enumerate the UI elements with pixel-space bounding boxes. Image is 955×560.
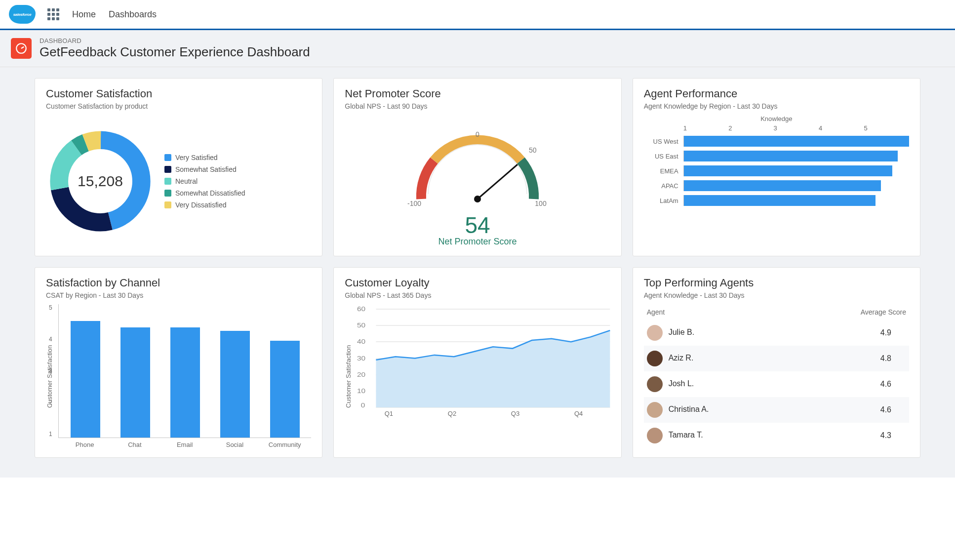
avatar (647, 402, 663, 418)
svg-line-6 (478, 164, 517, 199)
svg-text:10: 10 (357, 388, 365, 395)
hbar-row-label: APAC (644, 182, 678, 190)
table-col-score: Average Score (795, 304, 909, 320)
gauge-label: Net Promoter Score (438, 237, 517, 247)
svg-text:40: 40 (357, 339, 365, 345)
card-nps: Net Promoter Score Global NPS - Last 90 … (333, 78, 621, 256)
card-subtitle: Agent Knowledge by Region - Last 30 Days (644, 102, 909, 110)
vbar-col (163, 304, 206, 438)
vbar-xlabel: Community (263, 441, 306, 448)
nav-dashboards[interactable]: Dashboards (108, 6, 158, 23)
line-ylabel: Customer Satisfaction (345, 304, 352, 448)
hbar-bar[interactable] (684, 136, 909, 147)
gauge-chart[interactable]: 0 50 -100 100 (398, 115, 557, 214)
svg-text:60: 60 (357, 306, 365, 313)
table-col-agent: Agent (644, 304, 795, 320)
hbar-row-label: US West (644, 138, 678, 145)
card-satisfaction-channel: Satisfaction by Channel CSAT by Region -… (35, 267, 322, 458)
line-xlabel: Q4 (547, 410, 610, 417)
hbar-row: US East (644, 151, 909, 161)
page-header: DASHBOARD GetFeedback Customer Experienc… (0, 30, 955, 67)
agent-table: Agent Average Score Julie B.4.9Aziz R.4.… (644, 304, 909, 448)
hbar-row-label: EMEA (644, 167, 678, 175)
vbar-col (64, 304, 107, 438)
agent-score: 4.6 (795, 371, 909, 397)
hbar-chart[interactable]: Knowledge 12345 US WestUS EastEMEAAPACLa… (644, 115, 909, 247)
hbar-row: APAC (644, 180, 909, 191)
dashboard-grid: Customer Satisfaction Customer Satisfact… (0, 67, 955, 478)
vbar-col (263, 304, 306, 438)
hbar-bar[interactable] (684, 165, 892, 176)
global-nav: Home Dashboards (0, 0, 955, 30)
vbar-bar[interactable] (270, 341, 300, 438)
vbar-bar[interactable] (170, 327, 200, 438)
card-customer-satisfaction: Customer Satisfaction Customer Satisfact… (35, 78, 322, 256)
card-subtitle: Customer Satisfaction by product (46, 102, 311, 110)
card-title: Agent Performance (644, 87, 909, 100)
agent-name: Josh L. (669, 379, 694, 388)
vbar-xlabels: PhoneChatEmailSocialCommunity (58, 438, 311, 448)
hbar-row: US West (644, 136, 909, 147)
vbar-bar[interactable] (71, 321, 100, 438)
page-header-label: DASHBOARD (40, 37, 310, 44)
line-xlabel: Q1 (357, 410, 420, 417)
card-title: Satisfaction by Channel (46, 277, 311, 289)
card-subtitle: CSAT by Region - Last 30 Days (46, 291, 311, 299)
donut-center-value: 15,208 (46, 127, 155, 236)
vbar-col (213, 304, 256, 438)
agent-score: 4.9 (795, 320, 909, 346)
hbar-xlabel: Knowledge (644, 115, 909, 122)
card-title: Net Promoter Score (345, 87, 610, 100)
card-agent-performance: Agent Performance Agent Knowledge by Reg… (633, 78, 920, 256)
table-row[interactable]: Josh L.4.6 (644, 371, 909, 397)
svg-text:0: 0 (361, 402, 365, 408)
legend-item: Very Dissatisfied (164, 201, 245, 209)
agent-score: 4.6 (795, 397, 909, 423)
card-subtitle: Global NPS - Last 365 Days (345, 291, 610, 299)
donut-chart[interactable]: 15,208 (46, 127, 155, 236)
agent-score: 4.8 (795, 346, 909, 371)
line-xlabel: Q3 (483, 410, 547, 417)
avatar (647, 351, 663, 366)
card-title: Customer Satisfaction (46, 87, 311, 100)
vbar-bar[interactable] (120, 327, 150, 438)
agent-score: 4.3 (795, 423, 909, 448)
svg-text:30: 30 (357, 356, 365, 362)
card-top-agents: Top Performing Agents Agent Knowledge - … (633, 267, 920, 458)
line-xlabels: Q1Q2Q3Q4 (357, 410, 610, 417)
gauge-tick-min: -100 (407, 200, 421, 207)
vbar-xlabel: Phone (63, 441, 106, 448)
gauge-tick-fifty: 50 (529, 146, 537, 154)
table-row[interactable]: Christina A.4.6 (644, 397, 909, 423)
agent-name: Aziz R. (669, 354, 694, 362)
vbar-chart[interactable]: 54321 PhoneChatEmailSocialCommunity (58, 304, 311, 448)
line-chart[interactable]: 6050403020100 Q1Q2Q3Q4 (357, 304, 610, 448)
vbar-xlabel: Social (213, 441, 256, 448)
app-launcher-icon[interactable] (46, 7, 60, 21)
table-row[interactable]: Tamara T.4.3 (644, 423, 909, 448)
agent-name: Christina A. (669, 405, 709, 413)
card-subtitle: Agent Knowledge - Last 30 Days (644, 291, 909, 299)
hbar-bar[interactable] (684, 151, 898, 161)
page-header-title: GetFeedback Customer Experience Dashboar… (40, 44, 310, 60)
table-row[interactable]: Aziz R.4.8 (644, 346, 909, 371)
dashboard-icon (11, 38, 32, 59)
vbar-bar[interactable] (220, 331, 250, 438)
card-subtitle: Global NPS - Last 90 Days (345, 102, 610, 110)
gauge-tick-max: 100 (535, 200, 547, 207)
legend-item: Neutral (164, 177, 245, 185)
hbar-bar[interactable] (684, 180, 881, 191)
line-xlabel: Q2 (420, 410, 483, 417)
nav-home[interactable]: Home (71, 6, 97, 23)
vbar-xlabel: Chat (113, 441, 156, 448)
hbar-bar[interactable] (684, 195, 875, 206)
hbar-row: LatAm (644, 195, 909, 206)
avatar (647, 428, 663, 443)
legend-item: Somewhat Dissatisfied (164, 189, 245, 197)
card-title: Top Performing Agents (644, 277, 909, 289)
hbar-xticks: 12345 (683, 124, 909, 132)
gauge-value: 54 (465, 214, 490, 237)
table-row[interactable]: Julie B.4.9 (644, 320, 909, 346)
gauge-tick-zero: 0 (476, 130, 479, 138)
svg-point-7 (474, 196, 481, 202)
